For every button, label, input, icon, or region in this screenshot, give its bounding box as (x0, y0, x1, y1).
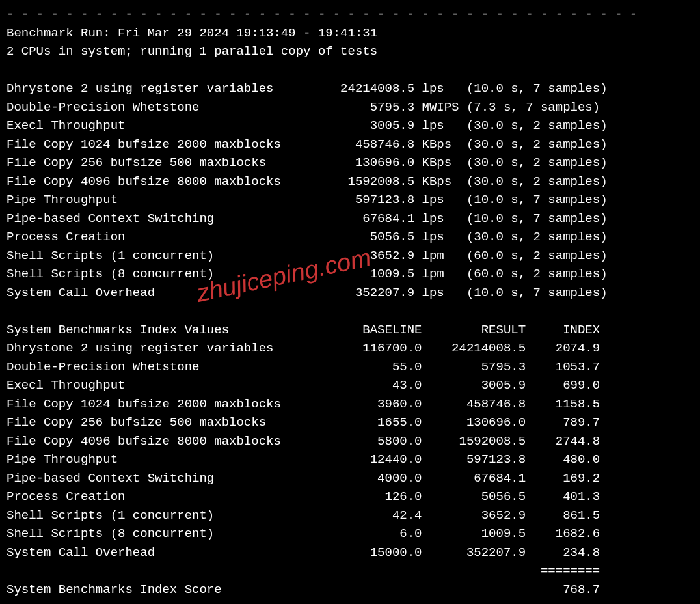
terminal-output: - - - - - - - - - - - - - - - - - - - - … (7, 5, 693, 599)
